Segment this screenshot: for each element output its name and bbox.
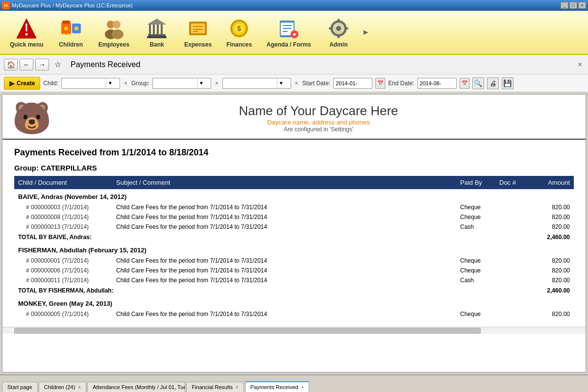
svg-marker-12 (147, 19, 167, 24)
group-filter-input[interactable] (153, 78, 197, 88)
total-label: TOTAL BY FISHERMAN, Abdullah: (14, 285, 495, 296)
paid-by-cell: Cheque (456, 212, 495, 222)
start-date-picker[interactable]: 📅 (375, 78, 385, 89)
doc-num-cell (495, 202, 525, 212)
amount-cell: 820.00 (525, 266, 574, 275)
paid-by-cell: Cash (456, 275, 495, 285)
close-window-button[interactable]: × (578, 2, 586, 9)
doc-cell: # 000000008 (7/1/2014) (14, 212, 112, 222)
amount-cell: 820.00 (525, 256, 574, 266)
menu-toolbar: Quick menu Children Employees (0, 11, 588, 55)
forward-button[interactable]: → (35, 59, 49, 71)
svg-point-10 (113, 21, 121, 28)
bank-label: Bank (149, 41, 164, 48)
tab-label: Attendance Fees (Monthly / Jul 01, Tue -… (93, 384, 185, 390)
child-name: BAIVE, Andras (November 14, 2012) (14, 189, 574, 202)
child-filter-input[interactable] (62, 78, 106, 88)
svg-point-5 (64, 26, 68, 30)
create-button[interactable]: ▶ Create (4, 77, 40, 90)
group-filter-arrow[interactable]: ▼ (197, 78, 205, 88)
col-child-doc: Child / Document (14, 176, 112, 189)
report-period-title: Payments Received from 1/1/2014 to 8/18/… (14, 147, 574, 158)
tab-attendance-tab[interactable]: Attendance Fees (Monthly / Jul 01, Tue -… (87, 382, 185, 392)
col-doc-num: Doc # (495, 176, 525, 189)
child-filter-clear[interactable]: × (123, 80, 128, 87)
children-label: Children (59, 41, 83, 48)
doc-num-cell (495, 275, 525, 285)
menu-item-employees[interactable]: Employees (93, 14, 135, 51)
table-row[interactable]: # 000000008 (7/1/2014) Child Care Fees f… (14, 212, 574, 222)
report-body: Payments Received from 1/1/2014 to 8/18/… (2, 140, 586, 327)
search-button[interactable]: 🔍 (472, 77, 484, 89)
group-filter-clear[interactable]: × (214, 80, 220, 87)
table-row[interactable]: # 000000003 (7/1/2014) Child Care Fees f… (14, 202, 574, 212)
agenda-icon (277, 17, 300, 40)
maximize-button[interactable]: □ (569, 2, 577, 9)
paid-by-cell: Cash (456, 222, 495, 232)
close-page-button[interactable]: × (578, 60, 582, 69)
h-scroll-thumb[interactable] (14, 328, 481, 334)
filter3-arrow[interactable]: ▼ (277, 78, 285, 88)
menu-item-quick-menu[interactable]: Quick menu (4, 14, 49, 51)
horizontal-scrollbar[interactable] (2, 327, 586, 334)
menu-item-bank[interactable]: Bank (137, 14, 176, 51)
save-button[interactable]: 💾 (502, 77, 514, 89)
end-date-label: End Date: (388, 80, 414, 87)
start-date-input[interactable]: 2014-01- (333, 78, 372, 89)
menu-item-finances[interactable]: $ Finances (220, 14, 259, 51)
end-date-picker[interactable]: 📅 (460, 78, 469, 89)
tab-bar: Start pageChildren (24)×Attendance Fees … (0, 374, 588, 392)
total-doc-num (495, 232, 525, 243)
filter3-combo[interactable]: ▼ (222, 78, 291, 89)
tab-financial-results-tab[interactable]: Financial Results× (186, 382, 244, 392)
menu-scroll-right[interactable]: ► (360, 26, 372, 39)
doc-num-cell (495, 212, 525, 222)
table-row[interactable]: # 000000001 (7/1/2014) Child Care Fees f… (14, 256, 574, 266)
main-content: 🐻 Name of Your Daycare Here Daycare name… (2, 94, 586, 372)
daycare-subtitle1: Daycare name, address and phones (61, 119, 576, 126)
child-filter-arrow[interactable]: ▼ (106, 78, 114, 88)
minimize-button[interactable]: _ (561, 2, 568, 9)
back-button[interactable]: ← (20, 59, 33, 71)
filter3-clear[interactable]: × (294, 80, 299, 87)
subject-cell: Child Care Fees for the period from 7/1/… (112, 309, 456, 319)
employees-icon (102, 17, 125, 40)
tab-payments-received-tab[interactable]: Payments Received× (245, 381, 310, 392)
print-button[interactable]: 🖨 (487, 77, 499, 89)
group-filter-combo[interactable]: ▼ (152, 78, 211, 89)
end-date-input[interactable]: 2014-08- (417, 78, 457, 89)
tab-close-button[interactable]: × (78, 385, 81, 390)
filter3-input[interactable] (223, 78, 277, 88)
bookmark-button[interactable]: ☆ (51, 59, 65, 71)
col-paid-by: Paid By (456, 176, 495, 189)
svg-rect-13 (149, 24, 151, 34)
child-filter-combo[interactable]: ▼ (61, 78, 120, 89)
menu-item-expenses[interactable]: Expenses (178, 14, 218, 51)
expenses-label: Expenses (184, 41, 212, 48)
tab-close-button[interactable]: × (301, 385, 304, 390)
agenda-label: Agenda / Forms (267, 41, 311, 48)
table-row[interactable]: # 000000005 (7/1/2014) Child Care Fees f… (14, 309, 574, 319)
amount-cell: 820.00 (525, 202, 574, 212)
subject-cell: Child Care Fees for the period from 7/1/… (112, 212, 456, 222)
svg-rect-18 (147, 36, 167, 38)
tab-label: Children (24) (44, 384, 75, 390)
tab-children-tab[interactable]: Children (24)× (39, 382, 86, 392)
subject-cell: Child Care Fees for the period from 7/1/… (112, 256, 456, 266)
daycare-subtitle2: Are configured in 'Settings' (61, 126, 576, 133)
table-row[interactable]: # 000000013 (7/1/2014) Child Care Fees f… (14, 222, 574, 232)
amount-cell: 820.00 (525, 309, 574, 319)
tab-start-page[interactable]: Start page (2, 382, 38, 392)
menu-item-children[interactable]: Children (51, 14, 91, 51)
table-row[interactable]: # 000000011 (7/1/2014) Child Care Fees f… (14, 275, 574, 285)
total-amount: 2,460.00 (525, 232, 574, 243)
subject-cell: Child Care Fees for the period from 7/1/… (112, 202, 456, 212)
svg-rect-16 (161, 24, 163, 34)
menu-item-agenda[interactable]: Agenda / Forms (261, 14, 317, 51)
table-row[interactable]: # 000000006 (7/1/2014) Child Care Fees f… (14, 266, 574, 275)
subject-cell: Child Care Fees for the period from 7/1/… (112, 266, 456, 275)
total-doc-num (495, 285, 525, 296)
menu-item-admin[interactable]: Admin (319, 14, 358, 51)
tab-close-button[interactable]: × (236, 385, 239, 390)
home-button[interactable]: 🏠 (4, 59, 18, 71)
